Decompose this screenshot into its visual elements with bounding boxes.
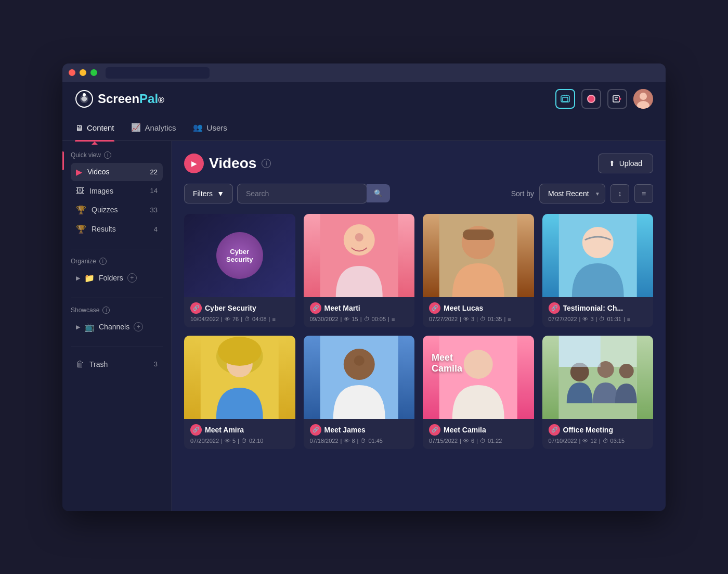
views-icon-2: 👁	[344, 316, 349, 322]
filters-row: Filters ▼ 🔍 Sort by	[184, 184, 653, 203]
record-button[interactable]	[581, 89, 601, 109]
nav-tab-analytics[interactable]: 📈 Analytics	[131, 116, 176, 141]
content-nav-label: Content	[87, 123, 114, 132]
address-bar[interactable]	[106, 67, 210, 79]
more-icon-4: ≡	[627, 316, 630, 322]
videos-label: Videos	[87, 168, 110, 176]
add-channel-icon[interactable]: +	[134, 322, 143, 331]
video-card-meet-lucas[interactable]: 🔗 Meet Lucas 07/27/2022 | 👁 3 | ⏱ 01:35	[423, 214, 534, 327]
browser-chrome	[62, 63, 666, 82]
meet-marti-thumb	[304, 214, 415, 297]
upload-button[interactable]: ⬆ Upload	[598, 154, 653, 173]
video-meta-6: 07/18/2022 | 👁 8 | ⏱ 01:45	[310, 438, 409, 444]
trash-count: 3	[154, 360, 158, 368]
video5-thumb	[184, 336, 295, 419]
minimize-button[interactable]	[80, 69, 86, 76]
sidebar-item-trash[interactable]: 🗑 Trash 3	[71, 355, 163, 373]
maximize-button[interactable]	[90, 69, 97, 76]
more-icon-1: ≡	[272, 316, 275, 322]
main-nav: 🖥 Content 📈 Analytics 👥 Users	[62, 116, 666, 141]
video-card-6[interactable]: 🔗 Meet James 07/18/2022 | 👁 8 | ⏱ 01:45	[304, 336, 415, 449]
video-title-3: Meet Lucas	[444, 304, 483, 312]
cyber-security-thumb: CyberSecurity	[216, 232, 263, 279]
logo[interactable]: ScreenPal®	[75, 90, 164, 108]
trash-icon: 🗑	[76, 360, 84, 369]
organize-section: Organize i ▶ 📁 Folders +	[62, 258, 171, 287]
add-folder-icon[interactable]: +	[127, 273, 137, 283]
sort-select[interactable]: Most Recent Oldest Name A-Z Name Z-A	[539, 184, 605, 203]
video-card-cyber-security[interactable]: CyberSecurity 🔗 Cyber Security 10/04/202…	[184, 214, 295, 327]
nav-tab-users[interactable]: 👥 Users	[193, 116, 227, 141]
video-meta-4: 07/27/2022 | 👁 3 | ⏱ 01:31 | ≡	[549, 316, 647, 322]
video-grid: CyberSecurity 🔗 Cyber Security 10/04/202…	[184, 214, 653, 449]
quick-view-info-icon[interactable]: i	[104, 151, 111, 159]
svg-point-2	[83, 93, 86, 96]
duration-icon-4: ⏱	[599, 316, 605, 322]
screen-capture-button[interactable]	[555, 89, 575, 109]
search-button[interactable]: 🔍	[367, 184, 390, 202]
folders-label: Folders	[99, 274, 123, 282]
video-title-1: Cyber Security	[205, 304, 256, 312]
search-wrap: 🔍	[237, 184, 390, 203]
top-right-icons	[555, 89, 653, 109]
close-button[interactable]	[69, 69, 75, 76]
user-avatar[interactable]	[633, 89, 653, 109]
sidebar-divider-3	[71, 347, 163, 347]
video-meta-2: 09/30/2022 | 👁 15 | ⏱ 00:05 | ≡	[310, 316, 409, 322]
search-icon: 🔍	[374, 189, 383, 197]
search-input[interactable]	[237, 184, 367, 203]
video-card-7[interactable]: MeetCamila 🔗 Meet Camila 07/15/2022 |	[423, 336, 534, 449]
video-title-4: Testimonial: Ch...	[563, 304, 623, 312]
upload-label: Upload	[619, 159, 642, 168]
video-title-6: Meet James	[324, 426, 366, 434]
channels-row[interactable]: ▶ 📺 Channels +	[71, 318, 163, 336]
content-area: Quick view i ▶ Videos 22 🖼 Images	[62, 141, 666, 511]
sidebar-item-videos[interactable]: ▶ Videos 22	[71, 163, 163, 181]
page-title-icon: ▶	[184, 154, 204, 173]
quizzes-icon: 🏆	[76, 205, 86, 215]
sidebar-item-images[interactable]: 🖼 Images 14	[71, 182, 163, 200]
svg-point-34	[619, 364, 633, 378]
sort-select-wrap: Most Recent Oldest Name A-Z Name Z-A	[539, 184, 605, 203]
folders-row[interactable]: ▶ 📁 Folders +	[71, 269, 163, 287]
folders-folder-icon: 📁	[84, 273, 95, 283]
video-link-icon-7: 🔗	[429, 424, 440, 436]
sidebar-item-quizzes[interactable]: 🏆 Quizzes 33	[71, 201, 163, 219]
svg-rect-35	[558, 336, 600, 367]
video-card-meet-marti[interactable]: 🔗 Meet Marti 09/30/2022 | 👁 15 | ⏱ 00:05	[304, 214, 415, 327]
video-meta-3: 07/27/2022 | 👁 3 | ⏱ 01:35 | ≡	[429, 316, 528, 322]
images-icon: 🖼	[76, 186, 84, 196]
page-title: Videos	[209, 155, 256, 172]
svg-point-24	[218, 337, 262, 366]
organize-info-icon[interactable]: i	[99, 258, 107, 265]
video-link-icon-3: 🔗	[429, 302, 440, 314]
video-meta-5: 07/20/2022 | 👁 5 | ⏱ 02:10	[190, 438, 289, 444]
showcase-info-icon[interactable]: i	[102, 307, 110, 314]
duration-icon-3: ⏱	[480, 316, 486, 322]
images-label: Images	[89, 187, 113, 195]
trash-label: Trash	[89, 360, 108, 368]
video-card-testimonial[interactable]: 🔗 Testimonial: Ch... 07/27/2022 | 👁 3 | …	[542, 214, 654, 327]
results-label: Results	[92, 225, 116, 233]
video-title-2: Meet Marti	[324, 304, 360, 312]
sort-direction-button[interactable]: ↕	[610, 184, 629, 203]
main-content: ▶ Videos i ⬆ Upload Filters ▼	[172, 141, 666, 511]
filters-button[interactable]: Filters ▼	[184, 184, 233, 203]
list-view-button[interactable]: ≡	[634, 184, 653, 203]
testimonial-thumb	[542, 214, 654, 297]
sidebar-divider-2	[71, 298, 163, 298]
video-card-5[interactable]: 🔗 Meet Amira 07/20/2022 | 👁 5 | ⏱ 02:10	[184, 336, 295, 449]
svg-point-11	[640, 93, 647, 100]
sidebar-item-results[interactable]: 🏆 Results 4	[71, 220, 163, 238]
quick-view-section: Quick view i ▶ Videos 22 🖼 Images	[62, 151, 171, 238]
content-header: ▶ Videos i ⬆ Upload	[184, 154, 653, 173]
content-nav-icon: 🖥	[75, 123, 83, 132]
svg-rect-7	[613, 96, 619, 102]
trash-section: 🗑 Trash 3	[62, 355, 171, 373]
page-title-info-icon[interactable]: i	[262, 159, 271, 168]
videos-count: 22	[150, 168, 158, 176]
video-card-8[interactable]: 🔗 Office Meeting 07/10/2022 | 👁 12 | ⏱ 0	[542, 336, 654, 449]
video-meta-8: 07/10/2022 | 👁 12 | ⏱ 03:15	[549, 438, 647, 444]
nav-tab-content[interactable]: 🖥 Content	[75, 116, 114, 141]
editor-button[interactable]	[607, 89, 627, 109]
